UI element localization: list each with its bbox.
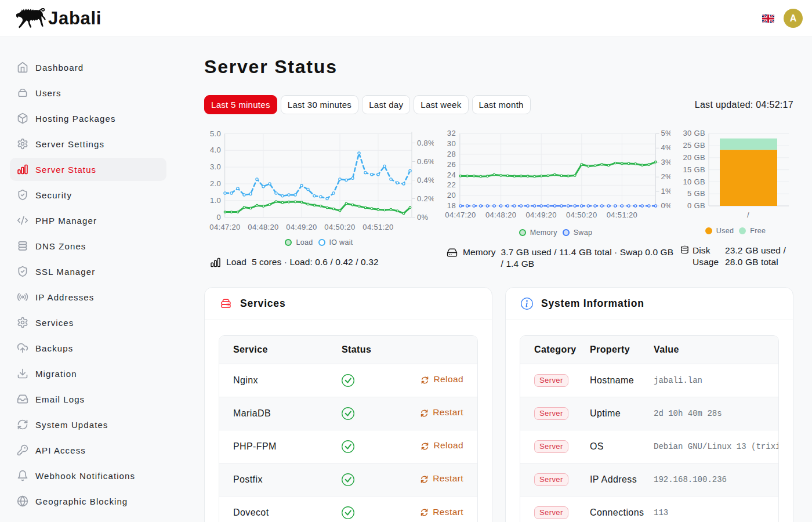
svg-text:0: 0 [216,213,221,222]
svg-text:0 GB: 0 GB [687,201,705,210]
svg-text:0.2%: 0.2% [417,194,434,203]
svg-text:04:49:20: 04:49:20 [286,223,317,231]
svg-text:26: 26 [447,160,456,169]
svg-text:4.0: 4.0 [210,146,221,154]
svg-text:0%: 0% [417,213,429,222]
svg-text:30: 30 [447,139,456,148]
svg-text:32: 32 [447,129,456,137]
svg-text:3%: 3% [661,158,671,166]
svg-text:04:48:20: 04:48:20 [248,223,278,231]
svg-text:10 GB: 10 GB [683,177,705,186]
svg-text:22: 22 [447,180,456,189]
svg-text:15 GB: 15 GB [683,165,705,174]
svg-text:4%: 4% [661,143,671,152]
svg-text:04:47:20: 04:47:20 [445,211,476,219]
svg-text:0%: 0% [661,201,671,210]
svg-text:5%: 5% [661,129,671,137]
svg-text:20 GB: 20 GB [683,153,705,162]
svg-text:28: 28 [447,150,456,158]
svg-text:04:47:20: 04:47:20 [209,223,240,231]
svg-text:5 GB: 5 GB [687,189,705,198]
svg-text:5.0: 5.0 [210,129,221,138]
svg-text:04:50:20: 04:50:20 [566,211,597,219]
svg-text:04:49:20: 04:49:20 [525,211,556,219]
svg-text:2%: 2% [661,172,671,181]
svg-text:1.0: 1.0 [210,196,221,205]
svg-text:24: 24 [447,171,456,179]
svg-text:25 GB: 25 GB [683,141,705,150]
svg-text:0.4%: 0.4% [417,176,434,184]
svg-text:04:51:20: 04:51:20 [362,223,393,231]
svg-text:04:48:20: 04:48:20 [485,211,516,219]
svg-text:3.0: 3.0 [210,162,221,171]
svg-text:/: / [747,211,749,219]
svg-text:20: 20 [447,191,456,200]
svg-text:0.8%: 0.8% [417,139,434,147]
svg-text:04:51:20: 04:51:20 [607,211,637,219]
svg-text:04:50:20: 04:50:20 [324,223,355,231]
svg-text:30 GB: 30 GB [683,129,705,137]
svg-text:1%: 1% [661,187,671,195]
svg-text:2.0: 2.0 [210,179,221,188]
svg-text:18: 18 [447,201,456,210]
svg-text:0.6%: 0.6% [417,157,434,166]
